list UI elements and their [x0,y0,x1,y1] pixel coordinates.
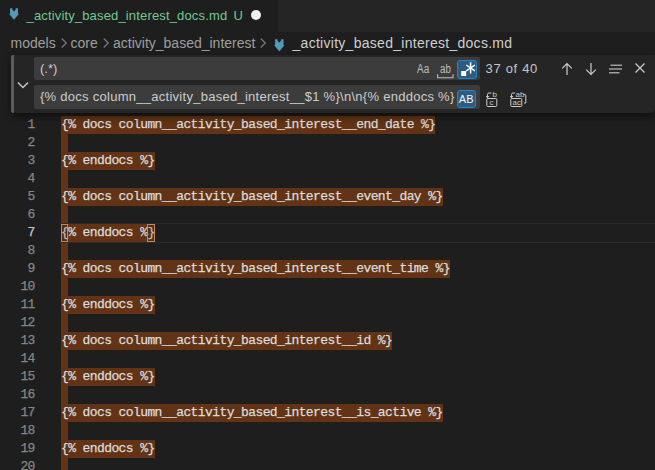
svg-text:ac: ac [513,98,521,107]
svg-text:c: c [489,98,493,107]
